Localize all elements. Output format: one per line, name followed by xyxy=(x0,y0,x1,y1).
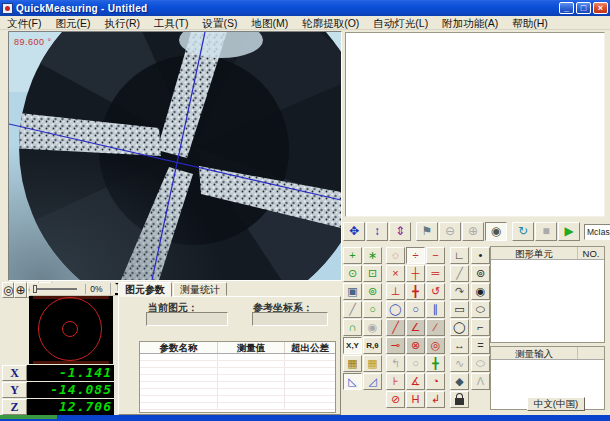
ref-coordsys-field[interactable] xyxy=(252,312,328,326)
camera-viewport[interactable]: 89.600 ° xyxy=(8,31,342,281)
ellipse-icon[interactable]: ⬭ xyxy=(471,301,490,318)
ellipse-small-icon[interactable]: ○ xyxy=(406,301,425,318)
stop-icon[interactable]: ■ xyxy=(535,222,557,241)
menu-item-1[interactable]: 图元(E) xyxy=(48,16,97,30)
line-tool-icon[interactable]: ╱ xyxy=(450,265,469,282)
move-point-icon[interactable]: ╋ xyxy=(406,283,425,300)
arc-curve-icon[interactable]: ↷ xyxy=(450,283,469,300)
point-capture-icon[interactable]: ◉ xyxy=(363,319,382,336)
angle-triangle-b-icon[interactable]: ◿ xyxy=(363,373,382,390)
concentric-circles-icon[interactable]: ◎ xyxy=(426,337,445,354)
parallel-lines-icon[interactable]: ═ xyxy=(426,265,445,282)
circle-slash-icon[interactable]: ⊘ xyxy=(386,391,405,408)
vertical-measure-icon[interactable]: ↕ xyxy=(366,222,388,241)
circle-by-points-icon[interactable]: ◌ xyxy=(386,247,405,264)
minus-icon[interactable]: − xyxy=(426,247,445,264)
divide-icon[interactable]: ÷ xyxy=(406,247,425,264)
circle-draw-icon[interactable]: ○ xyxy=(363,301,382,318)
perpendicular-icon[interactable]: ⊥ xyxy=(386,283,405,300)
minimize-button[interactable]: _ xyxy=(559,2,574,14)
line-draw-icon[interactable]: ╱ xyxy=(343,301,362,318)
zoom-out-icon[interactable]: ⊖ xyxy=(439,222,461,241)
ring-light-quad-icon[interactable]: ⊕ xyxy=(14,282,26,298)
angle-measure-icon[interactable]: ∡ xyxy=(406,373,425,390)
arc-draw-icon[interactable]: ∩ xyxy=(343,319,362,336)
z-axis-button[interactable]: Z xyxy=(2,399,27,415)
menu-item-5[interactable]: 地图(M) xyxy=(244,16,295,30)
maximize-button[interactable]: □ xyxy=(576,2,591,14)
undo-arc-icon[interactable]: ↰ xyxy=(386,355,405,372)
rectangle-icon[interactable]: ▭ xyxy=(450,301,469,318)
image-capture-icon[interactable]: ▣ xyxy=(343,283,362,300)
menu-item-9[interactable]: 帮助(H) xyxy=(505,16,555,30)
coord-xy-button[interactable]: X,Y xyxy=(343,337,362,354)
equals-icon[interactable]: = xyxy=(471,337,490,354)
lock-icon[interactable] xyxy=(450,391,469,408)
unit-list-body[interactable] xyxy=(491,260,604,342)
z-axis-arrow-icon[interactable]: ⇕ xyxy=(389,222,411,241)
menu-item-6[interactable]: 轮廓提取(O) xyxy=(295,16,366,30)
menu-item-7[interactable]: 自动灯光(L) xyxy=(366,16,435,30)
menu-item-4[interactable]: 设置(S) xyxy=(195,16,244,30)
zoom-fit-icon[interactable]: ◉ xyxy=(485,222,507,241)
slider-thumb[interactable] xyxy=(33,285,37,293)
zoom-in-icon[interactable]: ⊕ xyxy=(462,222,484,241)
diamond-stack-icon[interactable]: ◆ xyxy=(450,373,469,390)
params-table[interactable]: 参数名称 测量值 超出公差 xyxy=(139,341,336,413)
rotate-circle-icon[interactable]: ↺ xyxy=(426,283,445,300)
circle-quadrant-icon[interactable]: ◔ xyxy=(426,373,445,390)
hatch-lines-icon[interactable]: ∥ xyxy=(426,301,445,318)
circle-dot-icon[interactable]: ⊙ xyxy=(343,265,362,282)
blob-icon[interactable]: ⬭ xyxy=(471,355,490,372)
center-point-icon[interactable]: ┼ xyxy=(406,265,425,282)
circle-line-distance-icon[interactable]: ⊸ xyxy=(386,337,405,354)
unit-list-title[interactable]: 图形单元 xyxy=(491,247,578,259)
run-loop-icon[interactable]: ↻ xyxy=(512,222,534,241)
circle-scan-icon[interactable]: ⊚ xyxy=(363,283,382,300)
ghost-circle-icon[interactable]: ○ xyxy=(406,355,425,372)
graphics-area[interactable] xyxy=(345,32,605,217)
stage-view-a-icon[interactable]: ▦ xyxy=(343,355,362,372)
mclas-dropdown[interactable]: McIas▼ xyxy=(584,224,610,240)
circle-circle-distance-icon[interactable]: ⊗ xyxy=(406,337,425,354)
wave-icon[interactable]: ∿ xyxy=(450,355,469,372)
x-axis-button[interactable]: X xyxy=(2,365,27,381)
ellipse-large-icon[interactable]: ◯ xyxy=(386,301,405,318)
menu-item-8[interactable]: 附加功能(A) xyxy=(435,16,505,30)
menu-item-2[interactable]: 执行(R) xyxy=(97,16,147,30)
segment-points-icon[interactable]: ∕ xyxy=(426,319,445,336)
angle-triangle-a-icon[interactable]: ◺ xyxy=(343,373,362,390)
menu-item-3[interactable]: 工具(T) xyxy=(147,16,195,30)
language-button[interactable]: 中文(中国) xyxy=(527,397,585,411)
horizontal-distance-icon[interactable]: ↔ xyxy=(450,337,469,354)
width-h-icon[interactable]: H xyxy=(406,391,425,408)
circled-point-icon[interactable]: ⊚ xyxy=(471,265,490,282)
light-slider[interactable] xyxy=(33,288,77,290)
square-dot-icon[interactable]: ⊡ xyxy=(363,265,382,282)
point-icon[interactable]: • xyxy=(471,247,490,264)
angle-three-points-icon[interactable]: ∠ xyxy=(406,319,425,336)
target-plus-icon[interactable]: ╋ xyxy=(426,355,445,372)
current-element-field[interactable] xyxy=(146,312,228,326)
tab-element-params[interactable]: 图元参数 xyxy=(118,282,172,297)
add-star-icon[interactable]: ∗ xyxy=(363,247,382,264)
right-angle-icon[interactable]: ∟ xyxy=(450,247,469,264)
tab-measure-stats[interactable]: 测量统计 xyxy=(173,282,227,296)
coord-rtheta-button[interactable]: R,θ xyxy=(363,337,382,354)
corner-return-icon[interactable]: ↲ xyxy=(426,391,445,408)
cross-point-icon[interactable]: × xyxy=(386,265,405,282)
tangent-line-icon[interactable]: ⊦ xyxy=(386,373,405,390)
stage-view-b-icon[interactable]: ▦ xyxy=(363,355,382,372)
ring-light-single-icon[interactable]: ◎ xyxy=(2,282,14,298)
add-point-icon[interactable]: + xyxy=(343,247,362,264)
menu-item-0[interactable]: 文件(F) xyxy=(0,16,48,30)
play-icon[interactable]: ▶ xyxy=(558,222,580,241)
comment-flag-icon[interactable]: ⚑ xyxy=(416,222,438,241)
pan-move-icon[interactable]: ✥ xyxy=(343,222,365,241)
eye-circle-icon[interactable]: ◉ xyxy=(471,283,490,300)
y-axis-button[interactable]: Y xyxy=(2,382,27,398)
bold-circle-icon[interactable]: ◯ xyxy=(450,319,469,336)
caret-icon[interactable]: Λ xyxy=(471,373,490,390)
unit-list-no-col[interactable]: NO. xyxy=(578,247,604,259)
angle-b-icon[interactable]: ⌐ xyxy=(471,319,490,336)
